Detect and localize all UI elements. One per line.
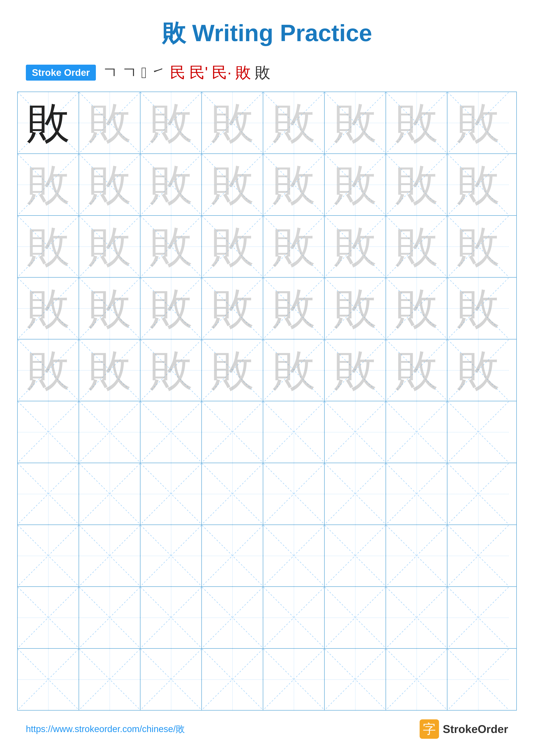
cell-diag [18,587,79,648]
stroke-4: ㇀ [151,62,166,83]
grid-cell: 敗 [386,216,447,277]
grid-cell [386,587,447,648]
grid-cell [325,401,386,463]
practice-char: 敗 [211,287,254,330]
grid-cell [79,401,140,463]
practice-char: 敗 [457,101,500,145]
practice-char: 敗 [457,349,500,392]
practice-char: 敗 [149,349,192,392]
practice-char: 敗 [149,287,192,330]
cell-diag [325,525,386,586]
grid-cell [263,463,325,525]
stroke-8: 敗 [236,62,251,83]
practice-char: 敗 [395,225,438,268]
grid-row: 敗 敗 敗 敗 敗 敗 敗 敗 [18,154,516,216]
cell-diag [202,587,263,648]
practice-char: 敗 [27,349,70,392]
practice-char: 敗 [211,225,254,268]
practice-char: 敗 [149,163,192,206]
grid-cell: 敗 [202,278,263,339]
grid-cell [202,587,263,648]
title-char: 敗 [162,20,186,46]
grid-cell: 敗 [386,154,447,215]
grid-cell: 敗 [79,216,140,277]
practice-char: 敗 [27,287,70,330]
grid-cell: 敗 [386,278,447,339]
footer-logo-icon: 字 [420,719,439,739]
cell-diag [79,587,140,648]
cell-diag [202,525,263,586]
stroke-9: 敗 [255,62,270,83]
grid-cell: 敗 [79,154,140,215]
grid-cell: 敗 [202,154,263,215]
practice-char: 敗 [272,163,315,206]
grid-cell: 敗 [79,278,140,339]
grid-row [18,401,516,463]
practice-char: 敗 [211,163,254,206]
cell-diag [263,587,324,648]
cell-diag [325,401,386,463]
grid-cell [140,587,202,648]
footer-logo-text: StrokeOrder [443,723,508,736]
cell-diag [79,525,140,586]
practice-char: 敗 [272,287,315,330]
grid-cell [18,649,79,710]
practice-char: 敗 [27,163,70,206]
cell-diag [263,463,324,525]
grid-cell: 敗 [140,339,202,401]
grid-cell: 敗 [18,154,79,215]
cell-diag [79,463,140,525]
practice-char: 敗 [27,225,70,268]
cell-diag [447,587,509,648]
practice-char: 敗 [88,287,131,330]
grid-cell [18,463,79,525]
stroke-6: 民' [189,62,208,83]
footer-url[interactable]: https://www.strokeorder.com/chinese/敗 [26,723,185,735]
grid-cell: 敗 [325,278,386,339]
stroke-order-section: Stroke Order ㄱ ㄱ 𠃊 ㇀ 民 民' 民· 敗 敗 [0,62,534,83]
stroke-order-badge: Stroke Order [26,65,96,81]
cell-diag [263,401,324,463]
cell-diag [447,401,509,463]
grid-row: 敗 敗 敗 敗 敗 敗 敗 敗 [18,216,516,278]
grid-cell [386,525,447,586]
grid-cell [79,649,140,710]
grid-cell [79,587,140,648]
stroke-7: 民· [212,62,232,83]
stroke-order-chars: ㄱ ㄱ 𠃊 ㇀ 民 民' 民· 敗 敗 [102,62,270,83]
grid-cell [18,525,79,586]
grid-cell [263,401,325,463]
grid-row [18,463,516,525]
practice-char: 敗 [272,349,315,392]
cell-diag [18,401,79,463]
practice-char: 敗 [88,101,131,145]
grid-row [18,587,516,649]
grid-cell: 敗 [18,216,79,277]
grid-cell: 敗 [263,339,325,401]
cell-diag [202,463,263,525]
cell-diag [202,401,263,463]
practice-char: 敗 [395,101,438,145]
grid-cell: 敗 [325,154,386,215]
grid-cell: 敗 [202,339,263,401]
grid-cell [386,463,447,525]
cell-diag [18,525,79,586]
grid-cell [325,587,386,648]
cell-diag [140,525,201,586]
grid-cell: 敗 [79,92,140,153]
grid-cell: 敗 [263,216,325,277]
grid-cell [202,525,263,586]
grid-cell [18,587,79,648]
grid-cell: 敗 [140,154,202,215]
grid-row [18,649,516,710]
practice-char: 敗 [272,225,315,268]
practice-char: 敗 [334,225,377,268]
grid-cell [447,463,509,525]
practice-char: 敗 [88,225,131,268]
cell-diag [79,649,140,710]
grid-cell: 敗 [18,339,79,401]
grid-cell [140,525,202,586]
grid-row: 敗 敗 敗 敗 敗 敗 敗 敗 [18,92,516,154]
grid-cell [140,649,202,710]
grid-cell: 敗 [386,339,447,401]
